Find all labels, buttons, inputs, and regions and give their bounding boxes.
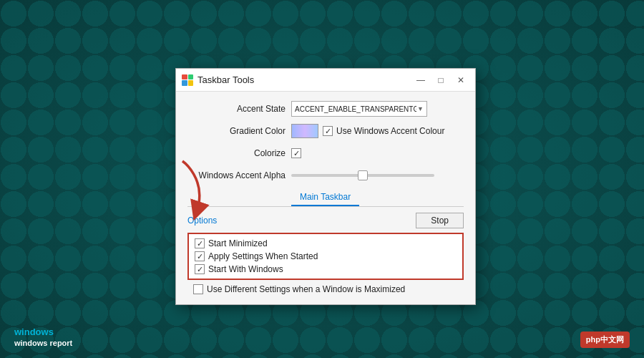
accent-state-value: ACCENT_ENABLE_TRANSPARENTGRAD (295, 105, 416, 113)
use-windows-accent-checkbox[interactable] (323, 126, 333, 136)
accent-state-dropdown[interactable]: ACCENT_ENABLE_TRANSPARENTGRAD ▼ (291, 101, 427, 117)
use-different-settings-label: Use Different Settings when a Window is … (207, 284, 405, 294)
colorize-control (291, 148, 464, 158)
apply-settings-row: Apply Settings When Started (195, 251, 457, 261)
start-minimized-row: Start Minimized (195, 238, 457, 248)
start-with-windows-label: Start With Windows (208, 264, 283, 274)
apply-settings-label: Apply Settings When Started (208, 251, 318, 261)
window-controls: — □ ✕ (412, 74, 469, 87)
dropdown-arrow-icon: ▼ (417, 105, 424, 112)
close-button[interactable]: ✕ (452, 74, 469, 87)
use-windows-accent-label: Use Windows Accent Colour (336, 126, 444, 136)
start-minimized-label: Start Minimized (208, 238, 268, 248)
alpha-slider-track[interactable] (291, 174, 434, 177)
gradient-color-row: Gradient Color Use Windows Accent Colour (187, 122, 464, 140)
use-windows-accent-item: Use Windows Accent Colour (323, 126, 444, 136)
apply-settings-checkbox[interactable] (195, 251, 205, 261)
accent-alpha-label: Windows Accent Alpha (187, 170, 291, 180)
start-minimized-checkbox[interactable] (195, 238, 205, 248)
gradient-color-control: Use Windows Accent Colour (291, 124, 464, 138)
windows-report-logo: windows windows report (14, 326, 72, 348)
minimize-button[interactable]: — (412, 74, 429, 87)
colorize-label: Colorize (187, 148, 291, 158)
windows-text: windows (14, 326, 54, 337)
maximize-button[interactable]: □ (432, 74, 449, 87)
php-logo: php中文网 (580, 332, 630, 348)
highlighted-checkboxes-section: Start Minimized Apply Settings When Star… (187, 233, 464, 280)
color-swatch[interactable] (291, 124, 318, 138)
accent-alpha-control (291, 174, 464, 177)
colorize-checkbox[interactable] (291, 148, 301, 158)
accent-state-row: Accent State ACCENT_ENABLE_TRANSPARENTGR… (187, 100, 464, 117)
use-different-settings-checkbox[interactable] (193, 284, 203, 294)
accent-alpha-row: Windows Accent Alpha (187, 167, 464, 184)
tabs-row: Main Taskbar (187, 189, 464, 207)
accent-state-control: ACCENT_ENABLE_TRANSPARENTGRAD ▼ (291, 101, 464, 117)
window-body: Accent State ACCENT_ENABLE_TRANSPARENTGR… (176, 92, 475, 304)
gradient-color-label: Gradient Color (187, 126, 291, 136)
report-text: windows report (14, 339, 72, 347)
start-with-windows-row: Start With Windows (195, 264, 457, 274)
stop-button[interactable]: Stop (416, 213, 464, 228)
use-different-settings-row: Use Different Settings when a Window is … (187, 284, 464, 294)
title-bar: Taskbar Tools — □ ✕ (176, 69, 475, 92)
options-label[interactable]: Options (187, 216, 217, 226)
window-title: Taskbar Tools (197, 74, 254, 85)
accent-state-label: Accent State (187, 104, 291, 114)
start-with-windows-checkbox[interactable] (195, 264, 205, 274)
colorize-row: Colorize (187, 145, 464, 162)
title-bar-left: Taskbar Tools (182, 74, 254, 86)
app-icon (182, 74, 193, 86)
alpha-slider-thumb[interactable] (358, 170, 368, 180)
main-taskbar-tab[interactable]: Main Taskbar (291, 189, 359, 206)
taskbar-tools-window: Taskbar Tools — □ ✕ Accent State ACCENT_… (175, 68, 476, 305)
options-stop-row: Options Stop (187, 213, 464, 233)
